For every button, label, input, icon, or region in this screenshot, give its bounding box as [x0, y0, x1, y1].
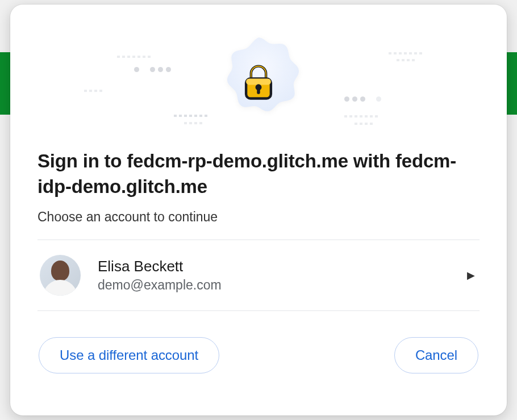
svg-rect-3	[257, 89, 260, 94]
account-info: Elisa Beckett demo@example.com	[98, 258, 460, 293]
dialog-actions: Use a different account Cancel	[37, 337, 480, 373]
divider-bottom	[37, 310, 480, 311]
lock-icon	[239, 62, 278, 102]
account-option[interactable]: Elisa Beckett demo@example.com ▶	[37, 240, 480, 310]
hero-illustration	[37, 23, 480, 142]
chevron-right-icon: ▶	[467, 269, 475, 282]
lock-badge	[210, 34, 307, 131]
account-email: demo@example.com	[98, 278, 460, 293]
dialog-title: Sign in to fedcm-rp-demo.glitch.me with …	[37, 149, 480, 199]
signin-dialog: Sign in to fedcm-rp-demo.glitch.me with …	[10, 5, 507, 415]
use-different-account-button[interactable]: Use a different account	[39, 337, 219, 373]
cancel-button[interactable]: Cancel	[394, 337, 478, 373]
account-name: Elisa Beckett	[98, 258, 460, 275]
dialog-subtitle: Choose an account to continue	[37, 209, 480, 225]
avatar	[40, 255, 81, 296]
svg-rect-1	[246, 78, 271, 85]
